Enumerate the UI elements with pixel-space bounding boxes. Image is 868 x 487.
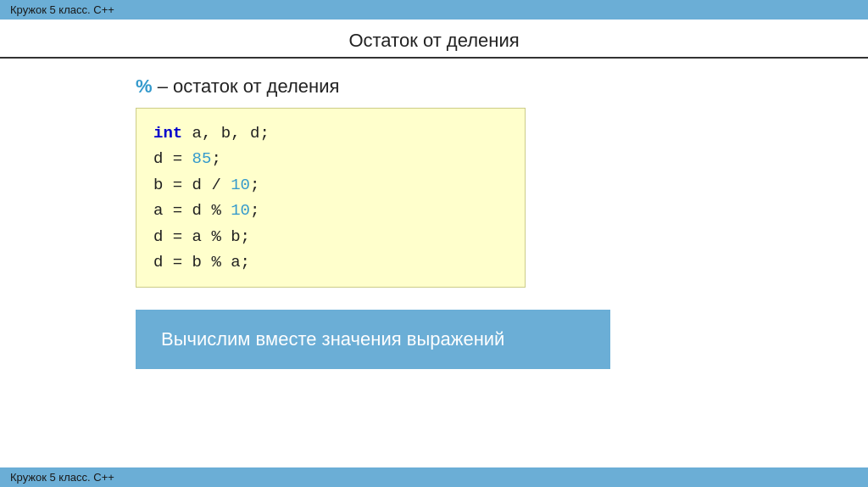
code-line1-rest: a, b, d; [182, 124, 270, 143]
top-bar: Кружок 5 класс. С++ [0, 0, 868, 20]
code-line4-end: ; [250, 201, 259, 220]
code-line-2: d = 85; [153, 146, 508, 171]
code-line-5: d = a % b; [153, 224, 508, 249]
blue-box-text: Вычислим вместе значения выражений [161, 328, 504, 350]
code-line2-num: 85 [192, 149, 212, 168]
code-line2-prefix: d = [153, 149, 192, 168]
code-line2-end: ; [211, 149, 220, 168]
code-line4-num: 10 [231, 201, 250, 220]
subtitle-line: % – остаток от деления [136, 76, 732, 98]
subtitle-text: – остаток от деления [153, 76, 340, 97]
page-title: Остаток от деления [17, 30, 851, 52]
keyword-int: int [153, 124, 182, 143]
code-line-3: b = d / 10; [153, 172, 508, 198]
blue-box: Вычислим вместе значения выражений [136, 310, 610, 369]
main-content: Остаток от деления % – остаток от делени… [0, 20, 868, 467]
bottom-bar-label: Кружок 5 класс. С++ [10, 471, 114, 484]
bottom-bar: Кружок 5 класс. С++ [0, 467, 868, 487]
code-block: int a, b, d; d = 85; b = d / 10; a = d %… [136, 108, 526, 288]
code-line4-prefix: a = d % [153, 201, 231, 220]
code-line-6: d = b % a; [153, 249, 508, 275]
code-line3-num: 10 [231, 176, 250, 194]
top-bar-label: Кружок 5 класс. С++ [10, 3, 114, 16]
percent-symbol: % [136, 76, 153, 97]
code-line3-prefix: b = d / [153, 176, 231, 194]
code-line-1: int a, b, d; [153, 120, 508, 146]
content-section: % – остаток от деления int a, b, d; d = … [0, 59, 868, 467]
code-line3-end: ; [250, 176, 259, 194]
code-line-4: a = d % 10; [153, 198, 508, 223]
title-section: Остаток от деления [0, 20, 868, 59]
